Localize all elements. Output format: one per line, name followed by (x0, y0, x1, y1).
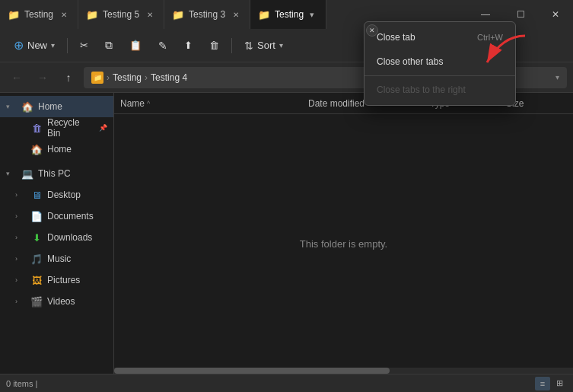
new-icon: ⊕ (14, 38, 24, 53)
downloads-label: Downloads (47, 232, 92, 243)
documents-label: Documents (47, 211, 94, 221)
items-count-text: 0 items (6, 379, 33, 388)
music-label: Music (47, 253, 71, 264)
close-tabs-right-label: Close tabs to the right (377, 84, 466, 95)
view-details-button[interactable]: ≡ (535, 377, 550, 390)
tab-folder-icon: 📁 (258, 9, 270, 21)
up-button[interactable]: ↑ (58, 67, 79, 88)
cut-icon: ✂ (80, 40, 88, 51)
tab-label: Testing 5 (103, 9, 139, 20)
empty-text: This folder is empty. (300, 238, 387, 250)
breadcrumb-expand-btn[interactable]: ▾ (555, 73, 559, 81)
close-tab-label: Close tab (377, 32, 415, 43)
pc-icon: 💻 (21, 167, 33, 180)
sidebar-item-documents[interactable]: › 📄 Documents (0, 206, 113, 227)
status-items-count: 0 items | (6, 379, 37, 388)
tab-testing-4-active[interactable]: 📁 Testing ▾ (250, 0, 326, 29)
tab-folder-icon: 📁 (8, 9, 20, 21)
pictures-label: Pictures (47, 275, 80, 285)
content-area: Name ^ Date modified Type Size This fold… (114, 93, 573, 374)
paste-button[interactable]: 📋 (122, 33, 149, 58)
back-button[interactable]: ← (6, 67, 27, 88)
context-menu: Close tab Ctrl+W Close other tabs Close … (364, 21, 516, 106)
sidebar-item-home-header[interactable]: ▾ 🏠 Home (0, 96, 113, 117)
tab-testing-1[interactable]: 📁 Testing ✕ (0, 0, 78, 29)
sort-icon: ⇅ (244, 40, 253, 52)
paste-icon: 📋 (129, 40, 142, 51)
documents-icon: 📄 (30, 210, 43, 222)
sort-label: Sort (257, 40, 275, 51)
tab-close-btn[interactable]: ✕ (58, 8, 70, 21)
music-icon: 🎵 (30, 253, 43, 265)
sort-chevron-icon: ▾ (279, 41, 283, 49)
sidebar-item-videos[interactable]: › 🎬 Videos (0, 291, 113, 312)
column-name-label: Name (120, 98, 145, 109)
sidebar-item-desktop[interactable]: › 🖥 Desktop (0, 184, 113, 206)
rename-button[interactable]: ✎ (151, 33, 175, 58)
horizontal-scrollbar[interactable] (114, 368, 573, 374)
close-tab-shortcut: Ctrl+W (477, 33, 503, 42)
breadcrumb-sep-1: › (107, 72, 110, 83)
tab-close-btn[interactable]: ✕ (230, 8, 242, 21)
desktop-icon: 🖥 (30, 189, 43, 201)
downloads-icon: ⬇ (30, 231, 43, 244)
content-empty-message: This folder is empty. (114, 114, 573, 374)
tab-testing-5[interactable]: 📁 Testing 5 ✕ (78, 0, 164, 29)
new-label: New (27, 40, 47, 51)
tab-folder-icon: 📁 (86, 9, 98, 21)
copy-icon: ⧉ (105, 39, 113, 52)
close-other-tabs-label: Close other tabs (377, 56, 443, 67)
view-tiles-button[interactable]: ⊞ (552, 377, 567, 390)
share-icon: ⬆ (184, 40, 193, 51)
menu-item-close-tab[interactable]: Close tab Ctrl+W (364, 25, 515, 49)
sort-button[interactable]: ⇅ Sort ▾ (237, 33, 291, 58)
new-button[interactable]: ⊕ New ▾ (6, 33, 62, 58)
cut-button[interactable]: ✂ (72, 33, 96, 58)
sidebar-item-downloads[interactable]: › ⬇ Downloads (0, 227, 113, 248)
tab-label: Testing (24, 9, 53, 20)
column-name[interactable]: Name ^ (120, 98, 308, 109)
breadcrumb-testing4: Testing 4 (151, 72, 187, 83)
sort-arrow-icon: ^ (147, 100, 150, 107)
breadcrumb-folder-icon: 📁 (91, 72, 103, 84)
home-sub-label: Home (47, 144, 72, 155)
sidebar-item-pictures[interactable]: › 🖼 Pictures (0, 269, 113, 291)
forward-button[interactable]: → (32, 67, 53, 88)
sidebar-item-thispc[interactable]: ▾ 💻 This PC (0, 163, 113, 184)
delete-button[interactable]: 🗑 (202, 33, 227, 58)
pictures-expand-icon: › (15, 276, 26, 284)
context-menu-close-btn[interactable]: ✕ (366, 24, 378, 37)
tab-close-btn[interactable]: ✕ (144, 8, 156, 21)
expand-home-icon: ▾ (6, 103, 17, 110)
downloads-expand-icon: › (15, 234, 26, 241)
cursor-indicator: | (36, 379, 38, 388)
toolbar-separator-1 (67, 38, 68, 53)
main-layout: ▾ 🏠 Home 🗑 Recycle Bin 📌 🏠 Home ▾ 💻 (0, 93, 573, 374)
home-label: Home (38, 101, 62, 112)
sidebar-item-recycle-bin[interactable]: 🗑 Recycle Bin 📌 (0, 117, 113, 139)
sidebar-item-music[interactable]: › 🎵 Music (0, 248, 113, 269)
tab-folder-icon: 📁 (172, 9, 184, 21)
scrollbar-thumb[interactable] (114, 368, 390, 374)
tab-label: Testing 3 (189, 9, 225, 20)
status-bar: 0 items | ≡ ⊞ (0, 374, 573, 392)
delete-icon: 🗑 (209, 40, 219, 51)
tab-more-btn[interactable]: ▾ (310, 10, 314, 20)
documents-expand-icon: › (15, 212, 26, 220)
desktop-expand-icon: › (15, 191, 26, 199)
breadcrumb-sep-2: › (145, 72, 148, 83)
menu-item-close-other-tabs[interactable]: Close other tabs (364, 49, 515, 74)
home-sub-icon: 🏠 (30, 143, 43, 155)
home-icon: 🏠 (21, 100, 33, 113)
close-button[interactable]: ✕ (538, 0, 573, 29)
new-chevron-icon: ▾ (51, 41, 55, 49)
sidebar: ▾ 🏠 Home 🗑 Recycle Bin 📌 🏠 Home ▾ 💻 (0, 93, 114, 374)
pictures-icon: 🖼 (30, 274, 43, 286)
tab-testing-3[interactable]: 📁 Testing 3 ✕ (164, 0, 250, 29)
share-button[interactable]: ⬆ (177, 33, 200, 58)
thispc-label: This PC (38, 168, 71, 179)
menu-item-close-tabs-right: Close tabs to the right (364, 78, 515, 102)
copy-button[interactable]: ⧉ (97, 33, 120, 58)
view-controls: ≡ ⊞ (535, 377, 567, 390)
sidebar-item-home-sub[interactable]: 🏠 Home (0, 139, 113, 160)
